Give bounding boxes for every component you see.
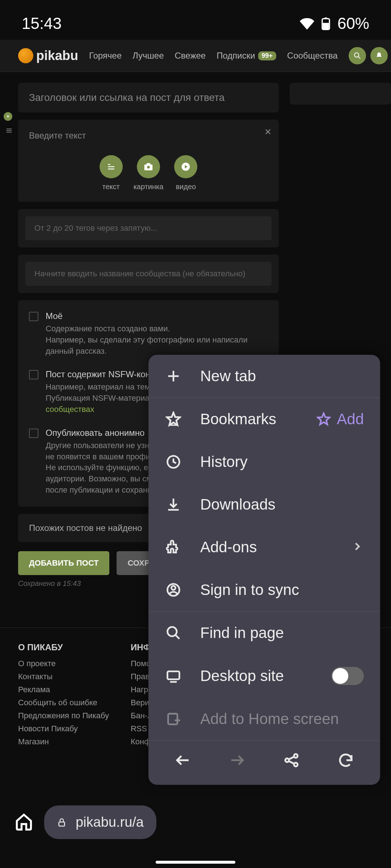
wifi-icon: [300, 16, 314, 31]
footer-link[interactable]: Магазин: [18, 737, 109, 746]
logo[interactable]: pikabu: [18, 48, 78, 63]
account-icon: [165, 582, 181, 598]
close-icon[interactable]: ✕: [264, 127, 272, 137]
menu-find[interactable]: Find in page: [148, 612, 380, 654]
nav-communities[interactable]: Сообщества: [287, 51, 337, 61]
title-card[interactable]: Заголовок или ссылка на пост для ответа: [18, 83, 279, 112]
svg-point-12: [147, 166, 150, 169]
footer-link[interactable]: Новости Пикабу: [18, 724, 109, 733]
svg-line-36: [289, 757, 294, 760]
svg-rect-26: [168, 671, 180, 679]
star-icon: [165, 411, 181, 427]
media-video-button[interactable]: видео: [174, 155, 197, 191]
nav-best[interactable]: Лучшее: [133, 51, 164, 61]
status-bar: 15:43 60%: [0, 0, 391, 40]
add-post-button[interactable]: ДОБАВИТЬ ПОСТ: [18, 551, 109, 575]
media-text-label: текст: [102, 183, 120, 191]
browser-menu: New tab Bookmarks Add History Downloads …: [148, 355, 380, 785]
checkbox-icon[interactable]: [29, 429, 38, 438]
tags-input[interactable]: От 2 до 20 тегов через запятую...: [25, 216, 272, 240]
float-menu-icon[interactable]: [4, 125, 14, 136]
url-text: pikabu.ru/a: [76, 814, 144, 830]
menu-label: Find in page: [200, 624, 364, 642]
svg-line-4: [358, 57, 360, 59]
status-right: 60%: [300, 14, 369, 33]
home-button[interactable]: [14, 812, 33, 833]
svg-point-23: [172, 586, 176, 590]
reload-icon: [337, 752, 354, 769]
media-text-button[interactable]: текст: [100, 155, 123, 191]
arrow-right-icon: [228, 752, 246, 769]
footer-link[interactable]: Предложения по Пикабу: [18, 711, 109, 720]
footer-link[interactable]: О проекте: [18, 659, 109, 668]
desktop-icon: [165, 668, 181, 684]
desktop-toggle[interactable]: [331, 667, 364, 685]
float-add-icon[interactable]: +: [4, 112, 12, 121]
home-icon: [14, 812, 33, 831]
logo-text: pikabu: [36, 48, 78, 63]
menu-desktop[interactable]: Desktop site: [148, 654, 380, 698]
svg-point-3: [354, 53, 359, 57]
menu-nav-bar: [148, 740, 380, 785]
menu-new-tab[interactable]: New tab: [148, 355, 380, 398]
menu-add-home[interactable]: Add to Home screen: [148, 698, 380, 740]
svg-rect-28: [168, 714, 177, 724]
bookmark-add-button[interactable]: Add: [316, 410, 364, 428]
check-mine-desc: Содержание поста создано вами. Например,…: [46, 323, 268, 357]
search-icon: [353, 51, 362, 60]
nav-subs-label: Подписки: [216, 51, 255, 61]
search-button[interactable]: [349, 47, 366, 64]
footer-title-about: О ПИКАБУ: [18, 642, 109, 652]
svg-rect-38: [59, 822, 65, 826]
menu-downloads[interactable]: Downloads: [148, 483, 380, 526]
media-video-label: видео: [176, 183, 196, 191]
footer-link[interactable]: Реклама: [18, 685, 109, 694]
arrow-left-icon: [174, 752, 192, 769]
nav-share-button[interactable]: [283, 752, 300, 770]
url-bar[interactable]: pikabu.ru/a: [44, 805, 156, 839]
subs-badge: 99+: [258, 51, 277, 60]
nav-hot[interactable]: Горячее: [89, 51, 122, 61]
float-icons: +: [4, 112, 14, 140]
notifications-button[interactable]: [370, 47, 388, 64]
checkbox-icon[interactable]: [29, 312, 38, 321]
community-input[interactable]: Начните вводить название сообщества (не …: [25, 262, 272, 286]
tags-card: От 2 до 20 тегов через запятую...: [18, 209, 279, 247]
menu-label: New tab: [200, 367, 364, 385]
menu-sign-in[interactable]: Sign in to sync: [148, 569, 380, 612]
menu-label: Bookmarks: [200, 410, 298, 428]
add-home-icon: [165, 711, 181, 727]
svg-rect-1: [323, 23, 329, 29]
media-buttons: текст картинка видео: [29, 155, 268, 191]
header-actions: [349, 47, 391, 64]
bell-icon: [375, 51, 383, 60]
menu-bookmarks[interactable]: Bookmarks Add: [148, 398, 380, 441]
svg-line-25: [176, 635, 180, 639]
text-icon: [106, 161, 117, 172]
svg-point-24: [168, 627, 177, 637]
battery-percent: 60%: [337, 14, 369, 33]
checkbox-icon[interactable]: [29, 370, 38, 379]
check-mine[interactable]: Моё Содержание поста создано вами. Напри…: [29, 311, 268, 357]
media-image-button[interactable]: картинка: [134, 155, 164, 191]
puzzle-icon: [165, 539, 181, 555]
site-header: pikabu Горячее Лучшее Свежее Подписки 99…: [0, 40, 391, 72]
footer-link[interactable]: Сообщить об ошибке: [18, 698, 109, 707]
nav-forward-button[interactable]: [228, 752, 246, 770]
nav-fresh[interactable]: Свежее: [175, 51, 206, 61]
nav-reload-button[interactable]: [337, 752, 354, 770]
menu-history[interactable]: History: [148, 441, 380, 483]
menu-label: Downloads: [200, 496, 364, 513]
footer-link[interactable]: Контакты: [18, 672, 109, 681]
add-label: Add: [337, 410, 364, 428]
nav-subs[interactable]: Подписки 99+: [216, 51, 276, 61]
nav-back-button[interactable]: [174, 752, 192, 770]
community-card: Начните вводить название сообщества (не …: [18, 255, 279, 293]
gesture-bar[interactable]: [156, 861, 235, 864]
title-input[interactable]: Заголовок или ссылка на пост для ответа: [29, 92, 224, 103]
svg-rect-13: [147, 163, 150, 165]
clock-icon: [165, 454, 181, 470]
menu-addons[interactable]: Add-ons: [148, 526, 380, 569]
body-input[interactable]: Введите текст: [29, 131, 86, 140]
share-icon: [283, 752, 300, 769]
